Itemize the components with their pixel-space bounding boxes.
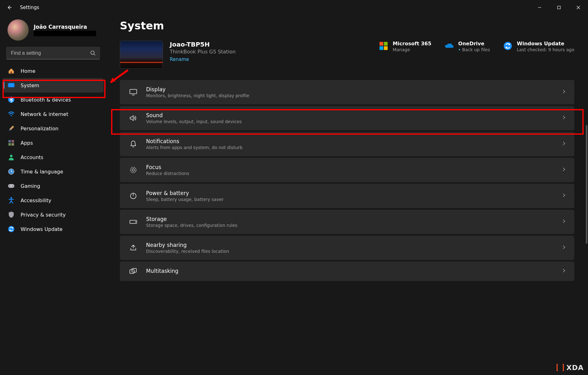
user-block[interactable]: João Carrasqueira: [0, 19, 106, 47]
power-icon: [128, 192, 139, 200]
ql-title: Windows Update: [517, 41, 574, 47]
sidebar-item-accessibility[interactable]: Accessibility: [2, 193, 104, 208]
back-button[interactable]: [6, 4, 13, 11]
share-icon: [128, 244, 139, 252]
card-title: Sound: [146, 112, 562, 118]
svg-point-6: [11, 115, 12, 116]
svg-point-18: [8, 226, 14, 232]
sidebar-item-accounts[interactable]: Accounts: [2, 150, 104, 164]
card-sound[interactable]: Sound Volume levels, output, input, soun…: [120, 106, 574, 130]
sidebar-item-label: Privacy & security: [21, 212, 66, 218]
sidebar-item-label: Time & language: [21, 169, 63, 175]
nav: Home System Bluetooth & devices Network …: [0, 64, 106, 236]
sidebar-item-label: Home: [21, 68, 35, 74]
device-row: Joao-TBP5H ThinkBook Plus G5 Station Ren…: [120, 41, 574, 69]
card-sub: Volume levels, output, input, sound devi…: [146, 119, 562, 124]
chevron-right-icon: [562, 89, 566, 95]
search-icon: [90, 50, 96, 56]
sidebar-item-home[interactable]: Home: [2, 64, 104, 78]
card-multitasking[interactable]: Multitasking: [120, 262, 574, 281]
update-icon: [7, 225, 15, 233]
sidebar-item-label: Windows Update: [21, 226, 62, 232]
system-icon: [7, 82, 15, 89]
bluetooth-icon: [7, 96, 15, 103]
close-button[interactable]: [569, 0, 588, 15]
ql-title: Microsoft 365: [393, 41, 431, 47]
card-title: Multitasking: [146, 268, 562, 274]
sidebar-item-bluetooth[interactable]: Bluetooth & devices: [2, 92, 104, 107]
scrollbar[interactable]: [586, 125, 587, 244]
page-title: System: [120, 19, 574, 32]
shield-icon: [7, 211, 15, 218]
onedrive-icon: [444, 41, 454, 50]
clock-globe-icon: [7, 168, 15, 175]
svg-rect-7: [8, 140, 11, 142]
svg-point-21: [130, 167, 136, 173]
card-sub: Discoverability, received files location: [146, 249, 562, 254]
microsoft365-icon: [379, 41, 388, 50]
card-sub: Monitors, brightness, night light, displ…: [146, 93, 562, 98]
card-title: Notifications: [146, 138, 562, 144]
gamepad-icon: [7, 182, 15, 190]
search-box[interactable]: [6, 47, 100, 59]
quick-link-windows-update[interactable]: Windows Update Last checked: 9 hours ago: [503, 41, 574, 52]
sidebar-item-time-language[interactable]: Time & language: [2, 164, 104, 179]
paintbrush-icon: [7, 125, 15, 132]
accessibility-icon: [7, 197, 15, 204]
chevron-right-icon: [562, 268, 566, 274]
sidebar-item-apps[interactable]: Apps: [2, 136, 104, 150]
svg-rect-9: [8, 143, 11, 146]
quick-link-onedrive[interactable]: OneDrive Back up files: [444, 41, 490, 52]
sidebar-item-privacy[interactable]: Privacy & security: [2, 208, 104, 222]
sidebar-item-windows-update[interactable]: Windows Update: [2, 222, 104, 236]
sidebar-item-personalization[interactable]: Personalization: [2, 121, 104, 136]
user-name: João Carrasqueira: [34, 24, 96, 30]
svg-rect-20: [130, 89, 137, 94]
search-input[interactable]: [10, 50, 90, 56]
multitasking-icon: [128, 268, 139, 275]
card-nearby-sharing[interactable]: Nearby sharing Discoverability, received…: [120, 236, 574, 260]
ql-title: OneDrive: [458, 41, 490, 47]
card-title: Storage: [146, 216, 562, 222]
chevron-right-icon: [562, 219, 566, 225]
rename-link[interactable]: Rename: [170, 57, 372, 62]
chevron-right-icon: [562, 115, 566, 121]
minimize-icon: [538, 6, 541, 9]
device-name: Joao-TBP5H: [170, 41, 372, 48]
window-controls: [530, 0, 588, 15]
quick-link-microsoft365[interactable]: Microsoft 365 Manage: [379, 41, 431, 52]
card-focus[interactable]: Focus Reduce distractions: [120, 158, 574, 182]
svg-point-25: [135, 222, 136, 222]
sidebar-item-network[interactable]: Network & internet: [2, 107, 104, 121]
focus-icon: [128, 166, 139, 174]
home-icon: [7, 67, 15, 75]
chevron-right-icon: [562, 245, 566, 251]
svg-point-19: [504, 42, 512, 50]
sidebar-item-gaming[interactable]: Gaming: [2, 179, 104, 193]
card-notifications[interactable]: Notifications Alerts from apps and syste…: [120, 132, 574, 156]
svg-rect-3: [8, 83, 14, 87]
sidebar-item-label: Gaming: [21, 183, 40, 189]
card-sub: Reduce distractions: [146, 171, 562, 176]
card-sub: Alerts from apps and system, do not dist…: [146, 145, 562, 150]
sound-icon: [128, 115, 139, 122]
wifi-icon: [7, 110, 15, 118]
device-thumbnail[interactable]: [120, 41, 163, 69]
maximize-button[interactable]: [549, 0, 569, 15]
sidebar-item-label: Apps: [21, 140, 33, 146]
svg-rect-8: [12, 140, 14, 142]
settings-cards: Display Monitors, brightness, night ligh…: [120, 80, 574, 281]
sidebar-item-system[interactable]: System: [2, 78, 104, 92]
svg-point-11: [10, 155, 12, 157]
card-display[interactable]: Display Monitors, brightness, night ligh…: [120, 80, 574, 104]
minimize-button[interactable]: [530, 0, 549, 15]
card-power-battery[interactable]: Power & battery Sleep, battery usage, ba…: [120, 184, 574, 208]
windows-update-icon: [503, 41, 512, 50]
svg-rect-10: [12, 143, 14, 146]
titlebar: Settings: [0, 0, 588, 15]
card-sub: Sleep, battery usage, battery saver: [146, 197, 562, 202]
card-storage[interactable]: Storage Storage space, drives, configura…: [120, 210, 574, 234]
svg-point-22: [132, 169, 135, 171]
maximize-icon: [557, 6, 561, 9]
sidebar-item-label: Bluetooth & devices: [21, 97, 71, 103]
